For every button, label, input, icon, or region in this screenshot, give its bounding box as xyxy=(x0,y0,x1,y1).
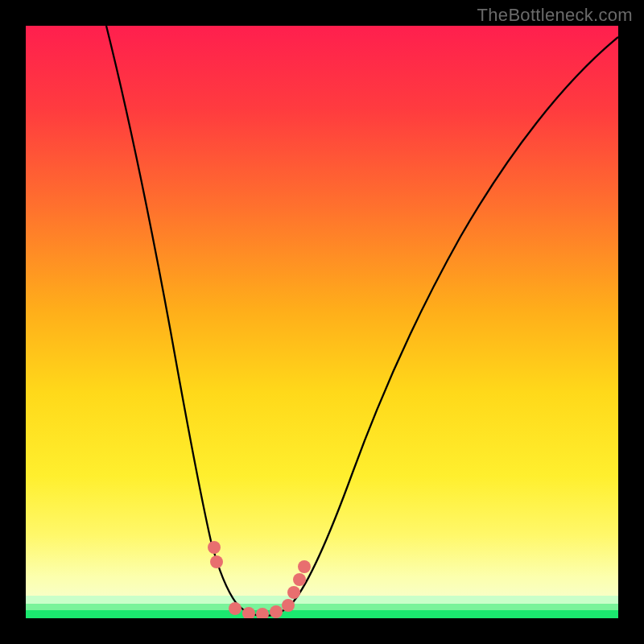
svg-point-2 xyxy=(229,602,242,615)
chart-frame: TheBottleneck.com xyxy=(0,0,644,644)
chart-svg xyxy=(26,26,618,618)
svg-point-1 xyxy=(210,555,223,568)
green-baseline-mid xyxy=(26,604,618,610)
svg-point-5 xyxy=(270,605,283,618)
gradient-background xyxy=(26,26,618,618)
svg-point-9 xyxy=(298,560,311,573)
svg-point-7 xyxy=(287,586,300,599)
svg-point-8 xyxy=(293,573,306,586)
svg-point-6 xyxy=(282,599,295,612)
green-baseline-fade xyxy=(26,596,618,604)
green-baseline-strip xyxy=(26,610,618,618)
plot-area xyxy=(26,26,618,618)
svg-point-0 xyxy=(208,541,221,554)
watermark-text: TheBottleneck.com xyxy=(477,5,633,26)
